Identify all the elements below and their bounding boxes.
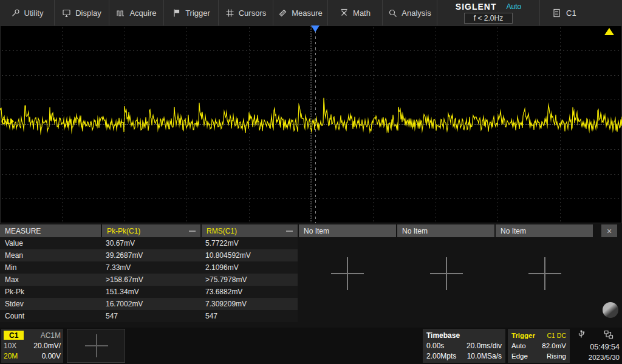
- menu-item-label: Acquire: [129, 8, 156, 18]
- status-bar: C1 AC1M 10X 20.0mV/ 20M 0.00V Timebase 0…: [0, 328, 622, 364]
- stat-value: 2.1096mV: [200, 261, 298, 274]
- stat-value: 73.6882mV: [200, 286, 298, 298]
- timebase-panel[interactable]: Timebase 0.00s 20.0ms/div 2.00Mpts 10.0M…: [423, 329, 505, 363]
- menu-item-math[interactable]: Math: [328, 0, 383, 25]
- menu-item-label: Cursors: [239, 8, 267, 18]
- menu-item-label: Utility: [24, 8, 44, 18]
- measure-col-noitem-3[interactable]: No Item: [496, 224, 593, 237]
- trigger-source: C1 DC: [547, 332, 566, 339]
- stat-value: >158.67mV: [101, 274, 200, 286]
- channel1-panel[interactable]: C1 AC1M 10X 20.0mV/ 20M 0.00V: [1, 329, 63, 363]
- cursors-icon: [225, 8, 234, 18]
- stat-value: 151.34mV: [101, 286, 200, 298]
- clock-block: 05:49:54 2023/5/30: [573, 342, 620, 363]
- stat-label: Stdev: [0, 298, 101, 310]
- add-measurement-icon[interactable]: [528, 257, 561, 290]
- collapse-icon[interactable]: [286, 231, 293, 232]
- stat-label: Mean: [0, 249, 101, 261]
- waveform-canvas: [0, 25, 622, 223]
- channel1-badge[interactable]: C1: [4, 331, 24, 340]
- menu-item-acquire[interactable]: Acquire: [109, 0, 164, 25]
- stat-value: 5.7722mV: [200, 237, 298, 249]
- active-channel-block[interactable]: C1: [540, 0, 576, 25]
- stat-label: Count: [0, 310, 101, 322]
- timebase-delay: 0.00s: [426, 342, 444, 350]
- menu-item-label: Display: [75, 8, 101, 18]
- waveform-display[interactable]: C1: [0, 25, 622, 223]
- trigger-position-marker[interactable]: [311, 25, 320, 32]
- siglent-logo: SIGLENT: [456, 2, 497, 12]
- channel-list-icon: [552, 8, 561, 18]
- timebase-title: Timebase: [426, 331, 460, 340]
- trigger-mode: Auto: [511, 342, 526, 349]
- measure-col-pkpk[interactable]: Pk-Pk(C1): [102, 224, 200, 237]
- menu-item-display[interactable]: Display: [55, 0, 109, 25]
- channel-offset-marker[interactable]: C1: [1, 118, 14, 125]
- menu-item-cursors[interactable]: Cursors: [219, 0, 273, 25]
- measure-col-rms[interactable]: RMS(C1): [202, 224, 298, 237]
- stat-value: >75.7978mV: [200, 274, 298, 286]
- stat-value: 30.67mV: [101, 237, 200, 249]
- analysis-magnifier-icon: [388, 8, 397, 18]
- table-row: Stdev 16.7002mV 7.309209mV: [0, 298, 298, 310]
- channel1-attenuation: 10X: [4, 342, 16, 350]
- trigger-title: Trigger: [511, 332, 535, 339]
- timebase-sample-rate: 10.0MSa/s: [467, 352, 502, 360]
- stat-value: 547: [101, 310, 200, 322]
- trigger-type: Edge: [511, 352, 528, 360]
- time-label: 05:49:54: [573, 342, 620, 352]
- timebase-tdiv: 20.0ms/div: [466, 342, 502, 350]
- menu-bar: Utility Display Acquire Trigger Cursors …: [0, 0, 622, 25]
- table-row: Pk-Pk 151.34mV 73.6882mV: [0, 286, 298, 298]
- menu-item-measure[interactable]: Measure: [273, 0, 328, 25]
- acquire-icon: [116, 8, 125, 18]
- add-channel-button[interactable]: [67, 329, 125, 363]
- measure-col-noitem-2[interactable]: No Item: [397, 224, 494, 237]
- measure-col-noitem-1[interactable]: No Item: [299, 224, 396, 237]
- utility-icon: [11, 8, 20, 18]
- stat-value: 10.804592mV: [200, 249, 298, 261]
- close-measure-icon[interactable]: ×: [601, 224, 617, 237]
- menu-item-trigger[interactable]: Trigger: [164, 0, 219, 25]
- date-label: 2023/5/30: [573, 352, 620, 363]
- measurement-panel: MEASURE Pk-Pk(C1) RMS(C1) No Item No Ite…: [0, 223, 622, 328]
- stat-value: 547: [200, 310, 298, 322]
- brand-block: SIGLENT Auto f < 2.0Hz: [437, 0, 540, 25]
- menu-item-label: Measure: [292, 8, 323, 18]
- add-measurement-icon[interactable]: [430, 257, 463, 290]
- offset-arrow-icon: [10, 118, 14, 124]
- math-icon: [340, 8, 349, 18]
- trigger-level: 82.0mV: [542, 342, 566, 349]
- frequency-counter: f < 2.0Hz: [464, 13, 513, 24]
- menu-item-label: Trigger: [185, 8, 210, 18]
- stat-value: 7.33mV: [101, 261, 200, 274]
- timebase-memory: 2.00Mpts: [426, 352, 456, 360]
- measure-table: Value 30.67mV 5.7722mV Mean 39.2687mV 10…: [0, 237, 298, 322]
- collapse-icon[interactable]: [189, 231, 196, 232]
- trigger-panel[interactable]: Trigger C1 DC Auto 82.0mV Edge Rising: [508, 329, 570, 363]
- scroll-knob-icon[interactable]: [603, 302, 618, 318]
- channel1-bandwidth: 20M: [4, 352, 18, 360]
- status-icons: [577, 330, 613, 342]
- trigger-flag-icon: [172, 8, 181, 18]
- table-row: Count 547 547: [0, 310, 298, 322]
- stat-value: 7.309209mV: [200, 298, 298, 310]
- stat-label: Value: [0, 237, 101, 249]
- menu-item-label: Math: [353, 8, 371, 18]
- usb-icon: [577, 330, 586, 342]
- stat-label: Max: [0, 274, 101, 286]
- stat-value: 16.7002mV: [101, 298, 200, 310]
- trigger-slope: Rising: [547, 352, 566, 360]
- active-channel-label: C1: [566, 8, 576, 18]
- display-icon: [62, 8, 71, 18]
- trigger-level-marker[interactable]: [604, 28, 614, 35]
- measure-ruler-icon: [278, 8, 287, 18]
- stat-value: 39.2687mV: [101, 249, 200, 261]
- menu-item-utility[interactable]: Utility: [0, 0, 55, 25]
- menu-item-analysis[interactable]: Analysis: [383, 0, 437, 25]
- channel-offset-label: C1: [1, 118, 10, 125]
- oscilloscope-screen: Utility Display Acquire Trigger Cursors …: [0, 0, 622, 364]
- add-measurement-icon[interactable]: [331, 257, 364, 290]
- table-row: Max >158.67mV >75.7978mV: [0, 274, 298, 286]
- table-row: Mean 39.2687mV 10.804592mV: [0, 249, 298, 261]
